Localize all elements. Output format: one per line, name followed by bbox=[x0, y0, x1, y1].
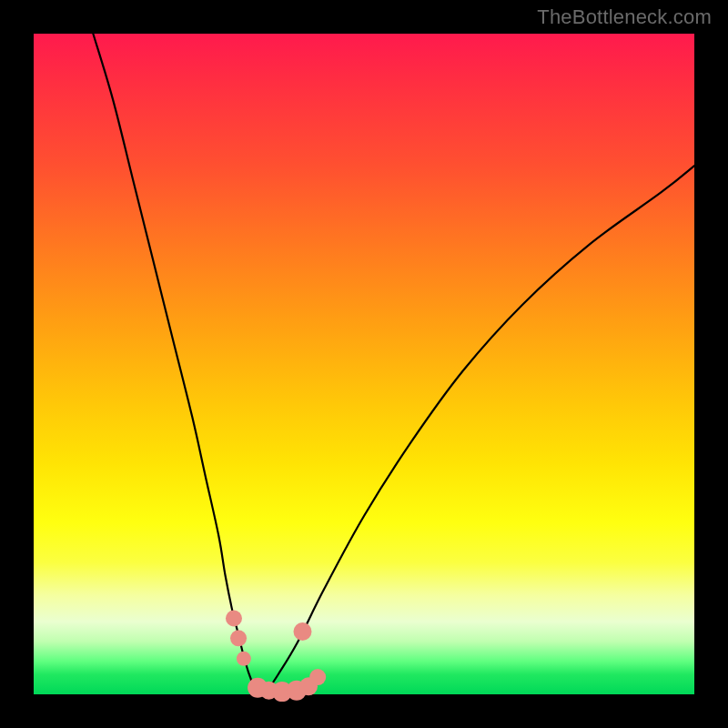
marker-dots-group bbox=[226, 611, 326, 703]
marker-dot bbox=[293, 622, 311, 641]
watermark-label: TheBottleneck.com bbox=[537, 5, 712, 29]
marker-dot bbox=[230, 630, 247, 646]
right-curve-line bbox=[265, 166, 694, 694]
marker-dot bbox=[226, 611, 242, 627]
left-curve-line bbox=[93, 34, 258, 694]
plot-area bbox=[34, 34, 694, 694]
marker-dot bbox=[309, 669, 326, 685]
chart-svg bbox=[34, 34, 694, 694]
marker-dot bbox=[237, 652, 251, 666]
chart-frame: TheBottleneck.com bbox=[0, 0, 728, 728]
